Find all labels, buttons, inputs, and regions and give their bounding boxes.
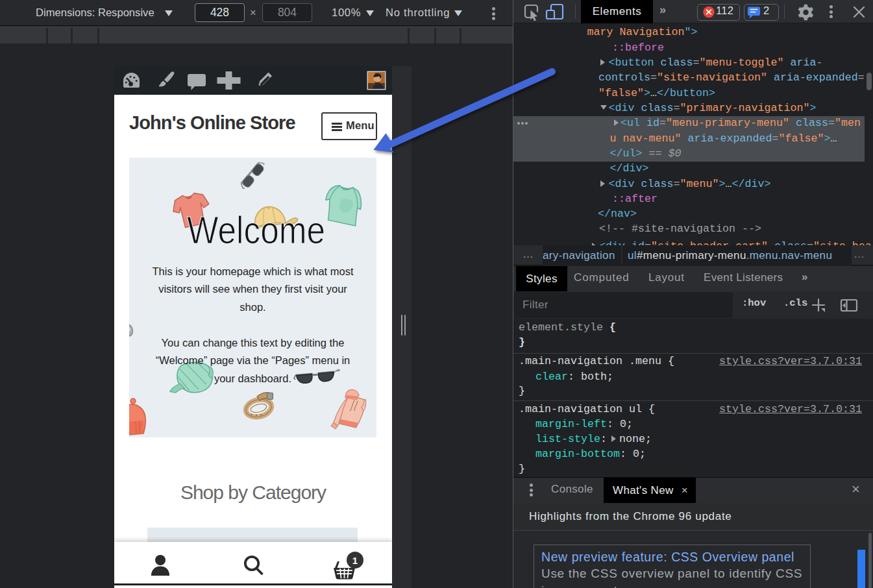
svg-text:1: 1 [352,555,358,566]
